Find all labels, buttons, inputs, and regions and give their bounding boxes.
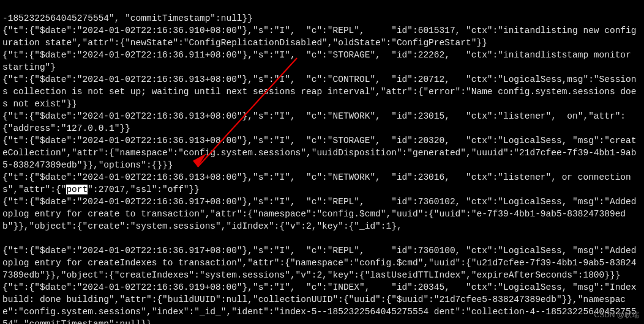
terminal-output: -1852322564045275554", "commitTimestamp"… [0,0,644,324]
search-highlight: port [66,185,88,194]
log-text: -1852322564045275554", "commitTimestamp"… [2,12,642,324]
watermark: CSDN @耿瑞 [594,310,639,320]
